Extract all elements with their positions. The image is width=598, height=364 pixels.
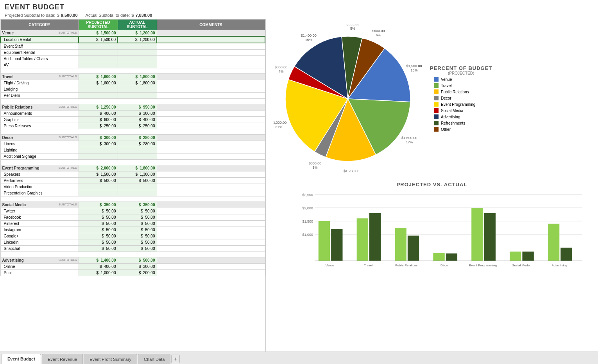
- bar-projected: [433, 253, 444, 261]
- item-actual: $ 1,300.00: [118, 171, 157, 178]
- tab-event-budget[interactable]: Event Budget: [2, 354, 41, 364]
- item-projected: [79, 190, 118, 196]
- pie-legend-wrapper: PERCENT OF BUDGET (PROJECTED) VenueTrave…: [430, 65, 492, 132]
- item-name: Equipment Rental: [0, 50, 79, 56]
- actual-label: Actual Subtotal to date:: [86, 13, 130, 18]
- bar-actual: [369, 213, 381, 261]
- item-projected: $ 50.00: [79, 208, 118, 214]
- legend-item: Social Media: [434, 108, 492, 113]
- item-name: LinkedIn: [0, 239, 79, 246]
- subtotal-row: Décor SUBTOTALS $ 300.00 $ 280.00: [0, 135, 265, 141]
- tab-event-revenue[interactable]: Event Revenue: [42, 354, 83, 364]
- legend-label: Advertising: [441, 115, 460, 119]
- item-comments: [157, 36, 265, 43]
- table-row: Pinterest $ 50.00 $ 50.00: [0, 221, 265, 227]
- table-row: Google+ $ 50.00 $ 50.00: [0, 233, 265, 239]
- table-row: Equipment Rental: [0, 50, 265, 56]
- item-projected: $ 1,000.00: [79, 270, 118, 276]
- bar-projected: [395, 228, 406, 261]
- item-name: Flight / Driving: [0, 80, 79, 86]
- table-row: Announcements $ 400.00 $ 300.00: [0, 111, 265, 117]
- tab-event-profit-summary[interactable]: Event Profit Summary: [84, 354, 137, 364]
- legend-label: Other: [441, 127, 451, 132]
- item-comments: [157, 80, 265, 86]
- legend-item: Event Programming: [434, 102, 492, 107]
- item-actual: $ 300.00: [118, 111, 157, 117]
- table-row: Per Diem: [0, 93, 265, 99]
- pie-label: $300.003%: [309, 161, 322, 170]
- item-actual: $ 250.00: [118, 123, 157, 129]
- section-projected: $ 1,500.00: [79, 30, 118, 37]
- section-name: Venue SUBTOTALS: [0, 30, 79, 37]
- header: EVENT BUDGET Projected Subtotal to date:…: [0, 0, 598, 19]
- tab-chart-data[interactable]: Chart Data: [138, 354, 170, 364]
- item-projected: $ 500.00: [79, 178, 118, 184]
- table-row: Additional Tables / Chairs: [0, 56, 265, 62]
- item-name: Performers: [0, 178, 79, 184]
- legend-item: Travel: [434, 83, 492, 88]
- item-actual: $ 280.00: [118, 141, 157, 147]
- table-row: AV: [0, 62, 265, 68]
- item-actual: [118, 190, 157, 196]
- main-content: CATEGORY PROJECTEDSUBTOTAL ACTUALSUBTOTA…: [0, 19, 598, 352]
- bar-x-label: Décor: [440, 264, 449, 267]
- bar-x-label: Venue: [326, 264, 335, 267]
- item-projected: [79, 147, 118, 153]
- bar-x-label: Travel: [364, 264, 372, 267]
- table-row: Flight / Driving $ 1,600.00 $ 1,800.00: [0, 80, 265, 86]
- item-name: Per Diem: [0, 93, 79, 99]
- add-tab-button[interactable]: +: [171, 355, 180, 363]
- table-row: Video Production: [0, 184, 265, 190]
- y-axis-label: $2,000: [302, 206, 313, 210]
- app-container: EVENT BUDGET Projected Subtotal to date:…: [0, 0, 598, 364]
- item-actual: [118, 184, 157, 190]
- section-name: Travel SUBTOTALS: [0, 74, 79, 80]
- item-projected: $ 1,600.00: [79, 80, 118, 86]
- item-comments: [157, 184, 265, 190]
- item-comments: [157, 43, 265, 50]
- item-projected: [79, 184, 118, 190]
- projected-dollar: $: [57, 13, 59, 18]
- bar-actual: [560, 248, 572, 261]
- item-projected: $ 50.00: [79, 214, 118, 221]
- item-projected: [79, 56, 118, 62]
- bar-x-label: Social Media: [512, 264, 530, 267]
- table-row: Press Releases $ 250.00 $ 250.00: [0, 123, 265, 129]
- col-header-projected: PROJECTEDSUBTOTAL: [79, 20, 118, 30]
- subtotal-row: Public Relations SUBTOTALS $ 1,250.00 $ …: [0, 104, 265, 111]
- pie-label: $1,250.0013%: [344, 169, 359, 173]
- legend-label: Public Relations: [441, 90, 469, 94]
- item-comments: [157, 227, 265, 233]
- section-actual: $ 1,800.00: [118, 74, 157, 80]
- section-comments: [157, 202, 265, 208]
- item-comments: [157, 50, 265, 56]
- section-comments: [157, 165, 265, 171]
- item-name: Online: [0, 264, 79, 270]
- item-name: Lighting: [0, 147, 79, 153]
- table-row: Lighting: [0, 147, 265, 153]
- pie-label: $600.006%: [372, 29, 385, 37]
- section-projected: $ 1,400.00: [79, 257, 118, 264]
- item-name: Event Staff: [0, 43, 79, 50]
- col-header-category: CATEGORY: [0, 20, 79, 30]
- item-actual: [118, 93, 157, 99]
- item-name: Snapchat: [0, 246, 79, 252]
- section-actual: $ 350.00: [118, 202, 157, 208]
- charts-area: $1,500.0016%$1,600.0017%$1,250.0013%$300…: [266, 19, 598, 352]
- actual-dollar: $: [131, 13, 134, 18]
- section-actual: $ 1,200.00: [118, 30, 157, 37]
- legend-item: Refreshments: [434, 121, 492, 125]
- empty-row: [0, 252, 265, 257]
- spreadsheet: CATEGORY PROJECTEDSUBTOTAL ACTUALSUBTOTA…: [0, 19, 266, 352]
- empty-row: [0, 99, 265, 104]
- item-projected: [79, 62, 118, 68]
- pie-label: $1,500.0016%: [406, 64, 422, 72]
- item-name: AV: [0, 62, 79, 68]
- legend-label: Venue: [441, 77, 452, 82]
- item-comments: [157, 239, 265, 246]
- item-actual: [118, 62, 157, 68]
- item-comments: [157, 214, 265, 221]
- legend-color: [434, 77, 439, 82]
- table-row: Additional Signage: [0, 153, 265, 160]
- item-comments: [157, 153, 265, 160]
